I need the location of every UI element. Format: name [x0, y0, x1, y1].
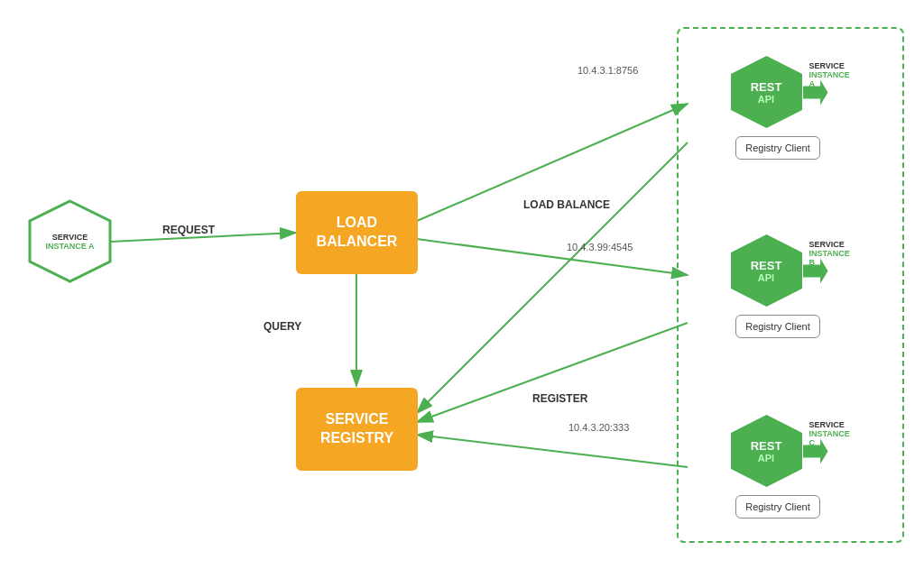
service-registry-box: SERVICE REGISTRY: [296, 388, 418, 471]
ip-label-a: 10.4.3.1:8756: [578, 65, 638, 76]
svg-line-5: [417, 142, 688, 413]
rest-b-rest-label: REST: [751, 259, 782, 272]
rest-instance-b: REST API SERVICE INSTANCE B Registry Cli…: [688, 233, 868, 338]
rest-c-api-label: API: [758, 453, 774, 463]
source-service-label-line1: SERVICE: [52, 233, 88, 242]
load-balancer-box: LOAD BALANCER: [296, 191, 418, 274]
svg-line-6: [417, 323, 688, 422]
rest-c-service-label-2: INSTANCE C: [809, 429, 850, 447]
svg-line-4: [417, 239, 688, 275]
source-service-instance: SERVICE INSTANCE A: [27, 198, 113, 284]
registry-client-a: Registry Client: [735, 136, 820, 160]
rest-b-api-label: API: [758, 272, 774, 283]
rest-a-service-label-2: INSTANCE A: [809, 70, 850, 88]
rest-a-rest-label: REST: [751, 80, 782, 94]
rest-b-service-label-2: INSTANCE B: [809, 249, 850, 267]
register-label: REGISTER: [532, 392, 587, 405]
rest-instance-c: REST API SERVICE INSTANCE C Registry Cli…: [688, 413, 868, 519]
diagram: REQUEST QUERY LOAD BALANCE REGISTER 10.4…: [0, 0, 924, 569]
rest-c-service-label-1: SERVICE: [809, 420, 850, 429]
load-balance-label: LOAD BALANCE: [523, 198, 610, 213]
svg-line-7: [417, 435, 688, 467]
rest-a-api-label: API: [758, 94, 774, 105]
registry-client-c: Registry Client: [735, 495, 820, 519]
load-balancer-label: LOAD BALANCER: [296, 214, 418, 252]
registry-client-b: Registry Client: [735, 315, 820, 338]
source-service-label-line2: INSTANCE A: [46, 242, 95, 251]
rest-a-service-label-1: SERVICE: [809, 61, 850, 70]
rest-b-service-label-1: SERVICE: [809, 240, 850, 249]
request-label: REQUEST: [162, 224, 215, 236]
service-registry-label: SERVICE REGISTRY: [296, 410, 418, 448]
rest-c-rest-label: REST: [751, 439, 782, 453]
ip-label-c: 10.4.3.20:333: [568, 422, 629, 433]
query-label: QUERY: [263, 320, 301, 333]
ip-label-b: 10.4.3.99:4545: [567, 242, 633, 252]
rest-instance-a: REST API SERVICE INSTANCE A Registry Cli…: [688, 54, 868, 160]
